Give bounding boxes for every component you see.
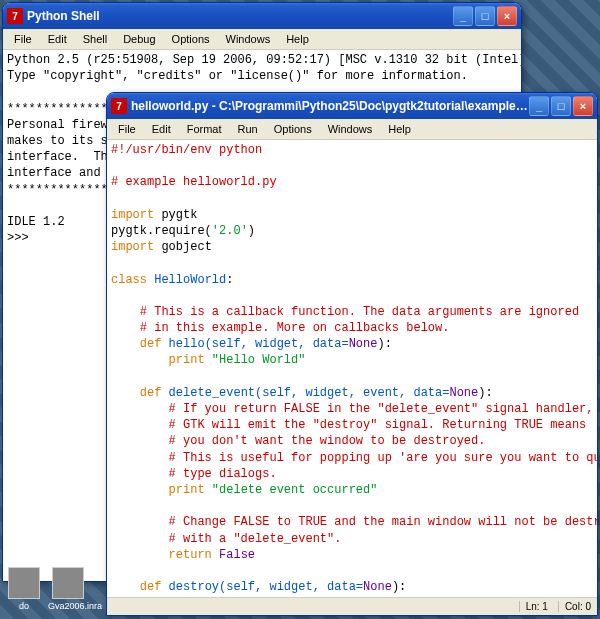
code-req-end: ): [248, 224, 255, 238]
code-destroy: destroy(self, widget, data=: [161, 580, 363, 594]
status-line: Ln: 1: [519, 601, 548, 612]
menu-shell[interactable]: Shell: [76, 31, 114, 47]
shell-banner1: Python 2.5 (r25:51908, Sep 19 2006, 09:5…: [7, 53, 521, 67]
shell-fw2: makes to its sub: [7, 134, 122, 148]
code-import-kw: import: [111, 208, 154, 222]
menu-run[interactable]: Run: [231, 121, 265, 137]
python-icon: 7: [111, 98, 127, 114]
editor-content[interactable]: #!/usr/bin/env python # example hellowor…: [107, 140, 597, 597]
code-sigend: ):: [377, 337, 391, 351]
status-col: Col: 0: [558, 601, 591, 612]
code-none2: None: [449, 386, 478, 400]
folder-icon: [8, 567, 40, 599]
code-import-kw2: import: [111, 240, 154, 254]
code-pygtk: pygtk: [154, 208, 197, 222]
code-require: pygtk.require(: [111, 224, 212, 238]
menu-edit[interactable]: Edit: [145, 121, 178, 137]
shell-fw4: interface and no: [7, 166, 122, 180]
maximize-button[interactable]: □: [551, 96, 571, 116]
code-dc2: # GTK will emit the "destroy" signal. Re…: [111, 418, 586, 432]
menu-help[interactable]: Help: [381, 121, 418, 137]
code-version: '2.0': [212, 224, 248, 238]
shell-prompt: >>>: [7, 231, 36, 245]
code-dc1: # If you return FALSE in the "delete_eve…: [111, 402, 593, 416]
code-sigend2: ):: [478, 386, 492, 400]
editor-statusbar: Ln: 1 Col: 0: [107, 597, 597, 615]
code-hello: hello(self, widget, data=: [161, 337, 348, 351]
code-c2: # in this example. More on callbacks bel…: [111, 321, 449, 335]
code-classname: HelloWorld: [147, 273, 226, 287]
desktop-icon-1[interactable]: do: [4, 567, 44, 611]
code-colon: :: [226, 273, 233, 287]
code-def: def: [140, 337, 162, 351]
menu-file[interactable]: File: [7, 31, 39, 47]
menu-edit[interactable]: Edit: [41, 31, 74, 47]
shell-titlebar[interactable]: 7 Python Shell _ □ ×: [3, 3, 521, 29]
editor-window: 7 helloworld.py - C:\Programmi\Python25\…: [106, 92, 598, 616]
menu-windows[interactable]: Windows: [321, 121, 380, 137]
shell-title: Python Shell: [27, 9, 453, 23]
code-print2: print: [169, 483, 205, 497]
editor-menubar: File Edit Format Run Options Windows Hel…: [107, 119, 597, 140]
code-dc3: # you don't want the window to be destro…: [111, 434, 485, 448]
code-hw: "Hello World": [205, 353, 306, 367]
code-gobject: gobject: [154, 240, 212, 254]
code-print: print: [169, 353, 205, 367]
code-shebang: #!/usr/bin/env python: [111, 143, 262, 157]
code-delstr: "delete event occurred": [205, 483, 378, 497]
minimize-button[interactable]: _: [453, 6, 473, 26]
code-def2: def: [140, 386, 162, 400]
python-icon: 7: [7, 8, 23, 24]
close-button[interactable]: ×: [573, 96, 593, 116]
code-sigend3: ):: [392, 580, 406, 594]
code-dc6: # Change FALSE to TRUE and the main wind…: [111, 515, 597, 529]
idle-version: IDLE 1.2: [7, 215, 65, 229]
code-none: None: [349, 337, 378, 351]
menu-format[interactable]: Format: [180, 121, 229, 137]
menu-options[interactable]: Options: [267, 121, 319, 137]
menu-file[interactable]: File: [111, 121, 143, 137]
editor-title: helloworld.py - C:\Programmi\Python25\Do…: [131, 99, 529, 113]
menu-windows[interactable]: Windows: [219, 31, 278, 47]
shell-banner2: Type "copyright", "credits" or "license(…: [7, 69, 468, 83]
desktop-label-2: Gva2006.inra: [48, 601, 88, 611]
menu-help[interactable]: Help: [279, 31, 316, 47]
code-return: return: [169, 548, 212, 562]
desktop-label-1: do: [4, 601, 44, 611]
code-dc5: # type dialogs.: [111, 467, 277, 481]
minimize-button[interactable]: _: [529, 96, 549, 116]
code-false: False: [212, 548, 255, 562]
folder-icon: [52, 567, 84, 599]
desktop-icon-2[interactable]: Gva2006.inra: [48, 567, 88, 611]
code-dc4: # This is useful for popping up 'are you…: [111, 451, 597, 465]
code-class-kw: class: [111, 273, 147, 287]
maximize-button[interactable]: □: [475, 6, 495, 26]
shell-menubar: File Edit Shell Debug Options Windows He…: [3, 29, 521, 50]
code-example-comment: # example helloworld.py: [111, 175, 277, 189]
close-button[interactable]: ×: [497, 6, 517, 26]
editor-titlebar[interactable]: 7 helloworld.py - C:\Programmi\Python25\…: [107, 93, 597, 119]
code-delete: delete_event(self, widget, event, data=: [161, 386, 449, 400]
code-none3: None: [363, 580, 392, 594]
code-dc7: # with a "delete_event".: [111, 532, 341, 546]
code-def3: def: [140, 580, 162, 594]
menu-options[interactable]: Options: [165, 31, 217, 47]
code-c1: # This is a callback function. The data …: [111, 305, 579, 319]
menu-debug[interactable]: Debug: [116, 31, 162, 47]
